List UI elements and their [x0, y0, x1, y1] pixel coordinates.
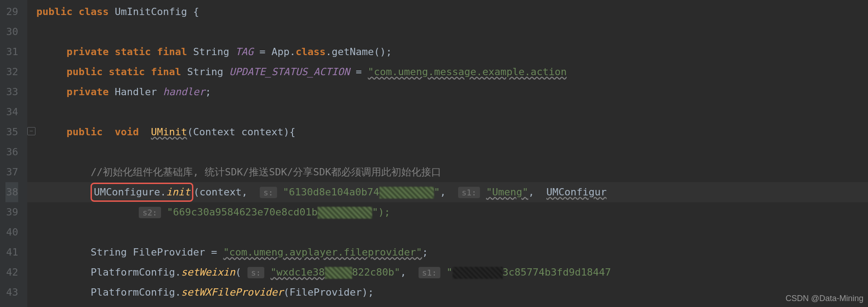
- keyword-public: public: [36, 6, 72, 17]
- code-line-42[interactable]: PlatformConfig.setWeixin( s: "wxdc1e3882…: [27, 262, 868, 282]
- class-ref: PlatformConfig.: [91, 266, 181, 278]
- declaration: String FileProvider =: [91, 246, 223, 258]
- comment: //初始化组件化基础库, 统计SDK/推送SDK/分享SDK都必须调用此初始化接…: [91, 166, 441, 178]
- code-line-33[interactable]: private Handler handler;: [27, 82, 868, 102]
- method-setweixin: setWeixin: [181, 266, 235, 278]
- string-literal: "com.umeng.avplayer.fileprovider": [223, 246, 422, 258]
- line-number[interactable]: 41: [5, 242, 18, 262]
- param-hint-s1: s1:: [419, 267, 441, 278]
- field-handler: handler: [163, 86, 205, 97]
- watermark: CSDN @Data-Mining: [786, 292, 863, 305]
- code-line-29[interactable]: public class UmInitConfig {: [27, 2, 868, 22]
- line-number[interactable]: 35: [5, 122, 18, 142]
- code-line-39[interactable]: s2: "669c30a9584623e70e8cd01b");: [27, 202, 868, 222]
- redacted-text: [379, 187, 434, 199]
- keyword-private: private: [66, 86, 109, 97]
- line-gutter: 29 30 31 32 33 34 35 36 37 38 39 40 41 4…: [0, 0, 27, 307]
- code-line-43[interactable]: PlatformConfig.setWXFileProvider(FilePro…: [27, 282, 868, 302]
- code-line-30[interactable]: [27, 22, 868, 42]
- keyword-static: static: [109, 66, 145, 77]
- redacted-text: [453, 267, 503, 279]
- line-number[interactable]: 33: [5, 82, 18, 102]
- keyword-public: public: [66, 66, 102, 77]
- class-ref: UMConfigure: [94, 186, 160, 198]
- type: Handler: [115, 86, 157, 97]
- code-line-31[interactable]: private static final String TAG = App.cl…: [27, 42, 868, 62]
- method-uminit: UMinit: [151, 126, 187, 138]
- string-literal: 3c85774b3fd9d18447: [503, 266, 611, 278]
- method-setwxfileprovider: setWXFileProvider: [181, 287, 283, 298]
- type: String: [187, 66, 223, 77]
- code-line-36[interactable]: [27, 142, 868, 162]
- keyword-final: final: [151, 66, 181, 77]
- code-content[interactable]: public class UmInitConfig { private stat…: [27, 0, 868, 307]
- string-literal: "com.umeng.message.example.action: [368, 66, 567, 77]
- line-number[interactable]: 38: [5, 182, 18, 202]
- code-line-35[interactable]: − public void UMinit(Context context){: [27, 122, 868, 142]
- redacted-text: [318, 207, 372, 219]
- param-hint-s: s:: [260, 187, 277, 198]
- code-editor: 29 30 31 32 33 34 35 36 37 38 39 40 41 4…: [0, 0, 868, 307]
- fold-icon[interactable]: −: [27, 127, 35, 135]
- line-number[interactable]: 30: [5, 22, 18, 42]
- highlighted-call: UMConfigure.init: [91, 183, 193, 202]
- line-number[interactable]: 40: [5, 222, 18, 242]
- line-number[interactable]: 42: [5, 262, 18, 282]
- line-number[interactable]: 36: [5, 142, 18, 162]
- code-line-32[interactable]: public static final String UPDATE_STATUS…: [27, 62, 868, 82]
- field-tag: TAG: [235, 46, 253, 57]
- line-number[interactable]: 34: [5, 102, 18, 122]
- code-line-38[interactable]: UMConfigure.init(context, s: "6130d8e104…: [27, 182, 868, 202]
- string-literal: "wxdc1e38: [271, 266, 325, 278]
- field-update-status: UPDATE_STATUS_ACTION: [229, 66, 350, 77]
- keyword-static: static: [115, 46, 151, 57]
- param-hint-s: s:: [247, 267, 265, 278]
- class-ref: PlatformConfig.: [91, 287, 181, 298]
- param-hint-s2: s2:: [139, 207, 161, 218]
- line-number[interactable]: 31: [5, 42, 18, 62]
- string-literal: "669c30a9584623e70e8cd01b: [167, 206, 318, 218]
- code-line-41[interactable]: String FileProvider = "com.umeng.avplaye…: [27, 242, 868, 262]
- type: String: [193, 46, 229, 57]
- line-number[interactable]: 37: [5, 162, 18, 182]
- code-line-40[interactable]: [27, 222, 868, 242]
- keyword-private: private: [66, 46, 109, 57]
- redacted-text: [325, 267, 352, 279]
- class-name: UmInitConfig: [115, 6, 187, 17]
- string-literal: "6130d8e104a0b74: [283, 186, 379, 198]
- method-init: init: [166, 186, 190, 198]
- keyword-void: void: [115, 126, 139, 138]
- param-hint-s1: s1:: [458, 187, 480, 198]
- keyword-final: final: [157, 46, 187, 57]
- string-literal: "Umeng": [486, 186, 529, 198]
- line-number[interactable]: 39: [5, 202, 18, 222]
- line-number[interactable]: 32: [5, 62, 18, 82]
- line-number[interactable]: 43: [5, 282, 18, 302]
- keyword-class: class: [79, 6, 109, 17]
- code-line-37[interactable]: //初始化组件化基础库, 统计SDK/推送SDK/分享SDK都必须调用此初始化接…: [27, 162, 868, 182]
- line-number[interactable]: 29: [5, 2, 18, 22]
- keyword-public: public: [66, 126, 102, 138]
- class-ref: UMConfigur: [546, 186, 606, 198]
- code-line-34[interactable]: [27, 102, 868, 122]
